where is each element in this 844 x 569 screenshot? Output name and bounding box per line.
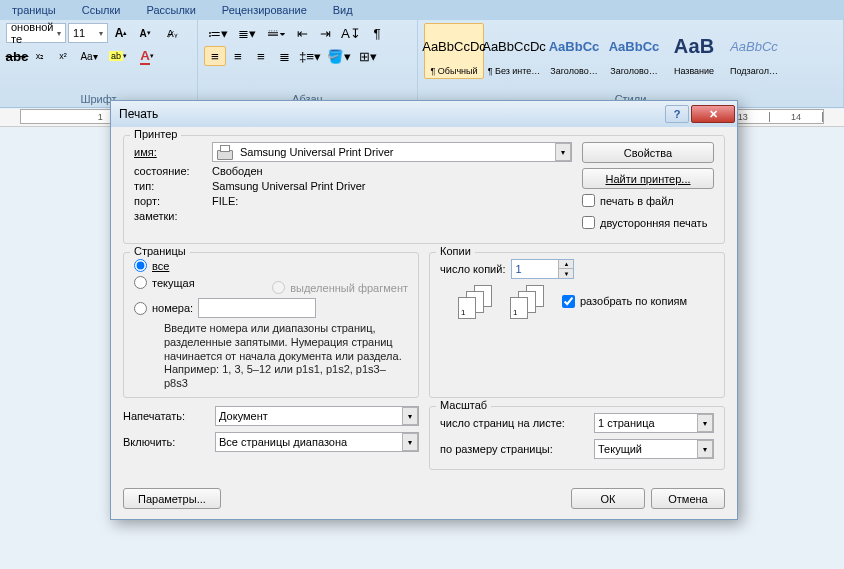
style-no-spacing[interactable]: AaBbCcDc ¶ Без инте… [484, 23, 544, 79]
grow-font-button[interactable]: A▴ [110, 23, 132, 43]
change-case-button[interactable]: Aa▾ [75, 46, 103, 66]
collate-preview-1: 321 [458, 285, 494, 321]
printer-port-label: порт: [134, 195, 212, 207]
duplex-checkbox[interactable]: двусторонняя печать [582, 216, 714, 229]
align-left-button[interactable]: ≡ [204, 46, 226, 66]
borders-button[interactable]: ⊞▾ [354, 46, 382, 66]
scale-fieldset: Масштаб число страниц на листе: 1 страни… [429, 406, 725, 470]
indent-dec-button[interactable]: ⇤ [291, 23, 313, 43]
cancel-button[interactable]: Отмена [651, 488, 725, 509]
font-size-value: 11 [73, 27, 85, 39]
align-justify-icon: ≣ [279, 49, 290, 64]
align-left-icon: ≡ [211, 49, 219, 64]
strikethrough-button[interactable]: abє [6, 46, 28, 66]
sort-button[interactable]: A↧ [337, 23, 365, 43]
pages-current-radio[interactable]: текущая [134, 276, 272, 289]
properties-button[interactable]: Свойства [582, 142, 714, 163]
printer-type-label: тип: [134, 180, 212, 192]
tab-review[interactable]: Рецензирование [218, 2, 311, 20]
collate-checkbox[interactable]: разобрать по копиям [562, 295, 687, 308]
numbering-button[interactable]: ≣▾ [233, 23, 261, 43]
close-button[interactable]: ✕ [691, 105, 735, 123]
superscript-button[interactable]: x² [52, 46, 74, 66]
help-button[interactable]: ? [665, 105, 689, 123]
shrink-font-button[interactable]: A▾ [134, 23, 156, 43]
chevron-down-icon: ▾ [555, 143, 571, 161]
copies-legend: Копии [436, 245, 475, 257]
style-subtitle[interactable]: AаBbCc Подзагол… [724, 23, 784, 79]
help-icon: ? [674, 108, 681, 120]
print-to-file-checkbox[interactable]: печать в файл [582, 194, 714, 207]
copies-count-label: число копий: [440, 263, 505, 275]
style-heading1[interactable]: AaBbCc Заголово… [544, 23, 604, 79]
font-size-combo[interactable]: 11▾ [68, 23, 108, 43]
chevron-down-icon: ▾ [99, 29, 103, 38]
align-center-icon: ≡ [234, 49, 242, 64]
font-name-value: оновной те [11, 21, 57, 45]
line-spacing-button[interactable]: ‡≡▾ [296, 46, 324, 66]
bullets-button[interactable]: ≔▾ [204, 23, 232, 43]
align-right-button[interactable]: ≡ [250, 46, 272, 66]
indent-icon: ⇥ [320, 26, 331, 41]
spinner-down-icon[interactable]: ▼ [559, 269, 573, 278]
params-button[interactable]: Параметры... [123, 488, 221, 509]
multilevel-button[interactable]: ⩸▾ [262, 23, 290, 43]
print-include-label: Включить: [123, 436, 209, 448]
printer-name-label: имя: [134, 146, 212, 158]
pages-fieldset: Страницы все текущая выделенный фрагмент… [123, 252, 419, 398]
tab-pages[interactable]: траницы [8, 2, 60, 20]
chevron-down-icon: ▾ [57, 29, 61, 38]
print-include-combo[interactable]: Все страницы диапазона▾ [215, 432, 419, 452]
align-center-button[interactable]: ≡ [227, 46, 249, 66]
printer-state-label: состояние: [134, 165, 212, 177]
shading-button[interactable]: 🪣▾ [325, 46, 353, 66]
borders-icon: ⊞▾ [359, 49, 377, 64]
numbering-icon: ≣▾ [238, 26, 256, 41]
ok-button[interactable]: ОК [571, 488, 645, 509]
clear-format-button[interactable]: A̷ᵧ [158, 23, 186, 43]
subscript-button[interactable]: x₂ [29, 46, 51, 66]
tab-links[interactable]: Ссылки [78, 2, 125, 20]
highlight-button[interactable]: ab▾ [104, 46, 132, 66]
indent-inc-button[interactable]: ⇥ [314, 23, 336, 43]
print-what-label: Напечатать: [123, 410, 209, 422]
style-normal[interactable]: AaBbCcDc ¶ Обычный [424, 23, 484, 79]
printer-state-value: Свободен [212, 165, 263, 177]
copies-fieldset: Копии число копий: ▲▼ 321 321 [429, 252, 725, 398]
copies-count-input[interactable] [512, 263, 558, 275]
style-heading2[interactable]: AaBbCc Заголово… [604, 23, 664, 79]
group-paragraph: ≔▾ ≣▾ ⩸▾ ⇤ ⇥ A↧ ¶ ≡ ≡ ≡ ≣ ‡≡▾ 🪣▾ ⊞▾ Абза… [198, 20, 418, 107]
dialog-title: Печать [119, 107, 665, 121]
per-sheet-combo[interactable]: 1 страница▾ [594, 413, 714, 433]
bullets-icon: ≔▾ [208, 26, 228, 41]
style-title[interactable]: АаВ Название [664, 23, 724, 79]
pages-all-radio[interactable]: все [134, 259, 272, 272]
font-name-combo[interactable]: оновной те▾ [6, 23, 66, 43]
printer-fieldset: Принтер имя: Samsung Universal Print Dri… [123, 135, 725, 244]
tab-mailings[interactable]: Рассылки [142, 2, 199, 20]
copies-count-spinner[interactable]: ▲▼ [511, 259, 574, 279]
multilevel-icon: ⩸▾ [266, 26, 286, 41]
print-what-combo[interactable]: Документ▾ [215, 406, 419, 426]
align-justify-button[interactable]: ≣ [273, 46, 295, 66]
chevron-down-icon: ▾ [402, 407, 418, 425]
show-marks-button[interactable]: ¶ [366, 23, 388, 43]
tab-view[interactable]: Вид [329, 2, 357, 20]
spinner-up-icon[interactable]: ▲ [559, 260, 573, 269]
font-color-button[interactable]: A▾ [133, 46, 161, 66]
to-size-combo[interactable]: Текущий▾ [594, 439, 714, 459]
align-right-icon: ≡ [257, 49, 265, 64]
ribbon: оновной те▾ 11▾ A▴ A▾ A̷ᵧ abє x₂ x² Aa▾ … [0, 20, 844, 108]
pages-selection-radio: выделенный фрагмент [272, 281, 408, 294]
pages-numbers-radio[interactable]: номера: [134, 302, 193, 315]
sort-icon: A↧ [341, 26, 361, 41]
styles-gallery[interactable]: AaBbCcDc ¶ Обычный AaBbCcDc ¶ Без инте… … [424, 23, 837, 79]
pages-numbers-input[interactable] [198, 298, 316, 318]
per-sheet-label: число страниц на листе: [440, 417, 588, 429]
close-icon: ✕ [709, 108, 718, 121]
find-printer-button[interactable]: Найти принтер... [582, 168, 714, 189]
printer-name-combo[interactable]: Samsung Universal Print Driver ▾ [212, 142, 572, 162]
dialog-titlebar[interactable]: Печать ? ✕ [111, 101, 737, 127]
collate-preview-2: 321 [510, 285, 546, 321]
pilcrow-icon: ¶ [373, 26, 380, 41]
